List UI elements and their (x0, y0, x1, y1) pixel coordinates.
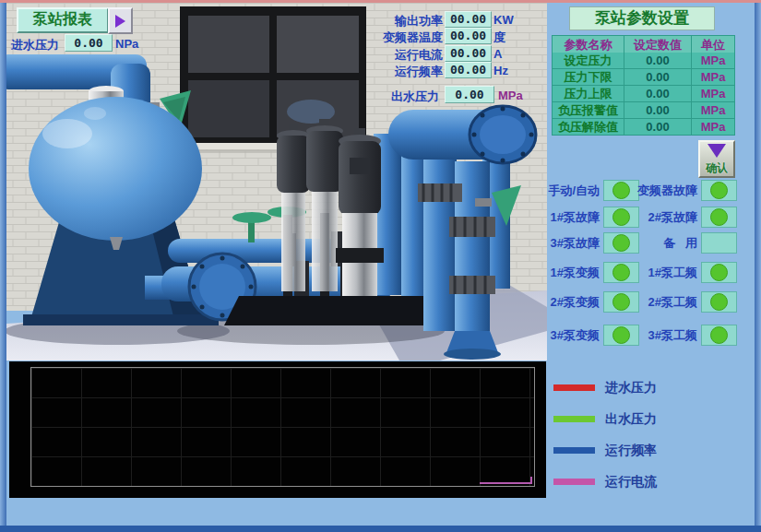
param-value-input[interactable]: 0.00 (624, 86, 691, 101)
inlet-pressure-label: 进水压力 (11, 37, 59, 53)
indicator-label-pump2-vfd: 2#泵变频 (540, 294, 600, 311)
output-power-value: 00.00 (445, 11, 492, 28)
param-name: 负压报警值 (553, 102, 624, 118)
frame-left (0, 3, 6, 532)
inlet-pressure-unit: NPa (115, 37, 138, 51)
confirm-button[interactable]: 确认 (698, 140, 735, 178)
lamp-dot (612, 326, 630, 344)
frame-top-line (0, 0, 761, 3)
lamp-dot (710, 293, 728, 311)
param-unit: MPa (692, 102, 734, 118)
lamp-dot (612, 208, 630, 226)
trend-chart (9, 361, 546, 498)
legend-swatch-inlet (553, 384, 595, 391)
play-icon (115, 15, 125, 28)
param-value-input[interactable]: 0.00 (624, 53, 691, 68)
indicator-label-manual-auto: 手动/自动 (540, 183, 600, 199)
lamp-dot (710, 326, 728, 344)
param-name: 负压解除值 (553, 119, 624, 135)
legend-swatch-outlet (553, 416, 595, 422)
indicator-label-pump3-mains: 3#泵工频 (635, 327, 697, 344)
indicator-label-pump2-fault: 2#泵故障 (635, 209, 697, 226)
param-unit: MPa (692, 69, 734, 85)
lamp-spare-empty (701, 232, 737, 254)
lamp-dot (710, 182, 728, 199)
inverter-temp-value: 00.00 (445, 28, 492, 44)
trend-plot-area (30, 367, 535, 487)
output-power-unit: KW (493, 13, 514, 27)
param-name: 设定压力 (553, 53, 624, 68)
settings-table: 参数名称 设定数值 单位 设定压力 0.00 MPa 压力下限 0.00 MPa… (552, 35, 735, 136)
legend-label-inlet: 进水压力 (605, 380, 657, 396)
param-unit: MPa (692, 53, 734, 68)
output-power-label: 输出功率 (376, 13, 443, 30)
lamp-dot (612, 264, 630, 281)
param-value-input[interactable]: 0.00 (624, 69, 691, 85)
lamp-inverter-fault (701, 180, 737, 201)
legend-label-outlet: 出水压力 (605, 411, 657, 428)
report-play-button[interactable] (108, 7, 133, 34)
lamp-pump3-mains (701, 325, 737, 346)
outlet-pressure-unit: MPa (498, 89, 523, 102)
param-name: 压力上限 (553, 86, 624, 101)
indicator-label-pump1-mains: 1#泵工频 (635, 265, 697, 281)
param-value-input[interactable]: 0.00 (624, 119, 691, 135)
lamp-dot (612, 293, 630, 311)
param-unit: MPa (692, 86, 734, 101)
lamp-dot (710, 264, 728, 281)
indicator-label-spare: 备 用 (635, 235, 697, 252)
frame-right (755, 3, 761, 532)
lamp-pump2-fault (701, 207, 737, 228)
indicator-label-pump3-vfd: 3#泵变频 (540, 327, 600, 344)
lamp-dot (710, 208, 728, 226)
col-header-name: 参数名称 (553, 36, 624, 54)
inlet-pressure-value: 0.00 (65, 34, 113, 52)
param-unit: MPa (692, 119, 734, 135)
settings-panel-title: 泵站参数设置 (569, 6, 715, 30)
current-trace (530, 477, 532, 484)
report-button[interactable]: 泵站报表 (17, 7, 109, 33)
param-name: 压力下限 (553, 69, 624, 85)
indicator-label-pump1-fault: 1#泵故障 (540, 209, 600, 226)
lamp-dot (612, 234, 630, 252)
run-current-label: 运行电流 (376, 47, 443, 64)
confirm-button-label: 确认 (700, 160, 733, 176)
run-frequency-label: 运行频率 (376, 64, 443, 80)
run-frequency-value: 00.00 (445, 62, 492, 78)
legend-label-frequency: 运行频率 (605, 443, 657, 459)
lamp-pump2-mains (701, 291, 737, 313)
outlet-pressure-label: 出水压力 (391, 89, 439, 105)
lamp-dot (612, 182, 630, 199)
confirm-arrow-icon (707, 144, 726, 158)
hmi-screen: 泵站报表 进水压力 0.00 NPa 输出功率 00.00 KW 变频器温度 0… (0, 0, 761, 532)
run-current-unit: A (493, 47, 502, 61)
col-header-value: 设定数值 (624, 36, 691, 54)
indicator-label-pump1-vfd: 1#泵变频 (540, 265, 600, 281)
run-frequency-unit: Hz (493, 64, 508, 77)
legend-swatch-frequency (553, 447, 595, 454)
indicator-label-pump3-fault: 3#泵故障 (540, 235, 600, 252)
inverter-temp-unit: 度 (493, 30, 505, 46)
inverter-temp-label: 变频器温度 (376, 30, 443, 46)
legend-swatch-current (553, 479, 595, 485)
indicator-label-pump2-mains: 2#泵工频 (635, 294, 697, 311)
frame-bottom (0, 526, 761, 532)
run-current-value: 00.00 (445, 45, 492, 62)
lamp-pump1-mains (701, 262, 737, 283)
col-header-unit: 单位 (692, 36, 734, 54)
outlet-pressure-value: 0.00 (445, 86, 494, 103)
current-trace (480, 482, 532, 484)
indicator-label-inverter-fault: 变频器故障 (635, 183, 697, 199)
param-value-input[interactable]: 0.00 (624, 102, 691, 118)
legend-label-current: 运行电流 (605, 474, 657, 491)
